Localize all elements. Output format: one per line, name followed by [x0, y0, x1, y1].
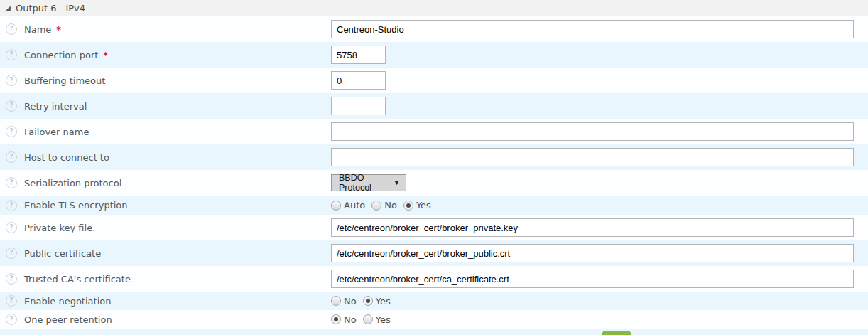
field-label: Private key file. [24, 223, 95, 233]
field-label: Trusted CA's certificate [24, 274, 131, 285]
field-label: Host to connect to [24, 152, 109, 163]
field-label: One peer retention [24, 314, 112, 325]
form-row-negotiation: ? Enable negotiation No Yes [0, 292, 868, 310]
help-icon[interactable]: ? [6, 23, 17, 35]
field-label: Name [24, 24, 51, 35]
field-label: Failover name [24, 127, 89, 137]
partial-next-row [0, 329, 868, 335]
form-row-name: ? Name * [0, 16, 868, 42]
form-row-tls: ? Enable TLS encryption Auto No Yes [0, 196, 868, 215]
help-icon[interactable]: ? [6, 126, 17, 137]
one-peer-radio-yes[interactable] [363, 314, 373, 324]
field-label: Buffering timeout [24, 75, 105, 86]
help-icon[interactable]: ? [6, 273, 17, 285]
form-row-serialization: ? Serialization protocol BBDO Protocol ▼ [0, 170, 868, 196]
chevron-down-icon: ▼ [394, 179, 400, 186]
section-title: Output 6 - IPv4 [16, 3, 85, 14]
help-icon[interactable]: ? [6, 151, 17, 163]
radio-label: No [344, 314, 357, 325]
negotiation-radio-no[interactable] [331, 296, 341, 306]
radio-label: Yes [416, 200, 431, 211]
private-key-input[interactable] [331, 218, 854, 237]
public-cert-input[interactable] [331, 244, 854, 262]
help-icon[interactable]: ? [6, 75, 17, 86]
field-label: Connection port [24, 50, 98, 60]
retry-interval-input[interactable] [331, 97, 386, 115]
host-input[interactable] [331, 148, 854, 166]
form-row-buffering-timeout: ? Buffering timeout [0, 68, 868, 93]
radio-label: No [344, 296, 357, 307]
help-icon[interactable]: ? [6, 49, 17, 60]
tls-radio-group: Auto No Yes [331, 200, 438, 211]
field-label: Public certificate [24, 248, 101, 259]
buffering-timeout-input[interactable] [331, 71, 386, 90]
help-icon[interactable]: ? [6, 248, 17, 259]
failover-name-input[interactable] [331, 122, 854, 141]
radio-label: Auto [344, 200, 365, 211]
field-label: Serialization protocol [24, 178, 121, 188]
help-icon[interactable]: ? [6, 200, 17, 211]
select-value: BBDO Protocol [339, 173, 394, 193]
form-row-trusted-ca: ? Trusted CA's certificate [0, 266, 868, 292]
form-row-one-peer-retention: ? One peer retention No Yes [0, 310, 868, 329]
collapse-triangle-icon[interactable]: ◢ [6, 5, 11, 11]
form-row-public-cert: ? Public certificate [0, 240, 868, 266]
serialization-protocol-select[interactable]: BBDO Protocol ▼ [331, 174, 406, 191]
tls-radio-no[interactable] [371, 201, 381, 211]
form-row-connection-port: ? Connection port * [0, 42, 868, 68]
field-label: Retry interval [24, 101, 87, 112]
section-header[interactable]: ◢ Output 6 - IPv4 [0, 0, 868, 16]
help-icon[interactable]: ? [6, 100, 17, 112]
trusted-ca-input[interactable] [331, 270, 854, 288]
form-row-retry-interval: ? Retry interval [0, 93, 868, 119]
one-peer-radio-no[interactable] [331, 314, 341, 324]
one-peer-radio-group: No Yes [331, 314, 397, 325]
tls-radio-auto[interactable] [331, 201, 341, 211]
form-row-host: ? Host to connect to [0, 144, 868, 170]
connection-port-input[interactable] [331, 46, 386, 64]
radio-label: Yes [376, 296, 391, 307]
form-row-private-key: ? Private key file. [0, 215, 868, 240]
help-icon[interactable]: ? [6, 177, 17, 188]
negotiation-radio-group: No Yes [331, 296, 397, 307]
save-button[interactable] [602, 331, 631, 335]
required-marker: * [56, 24, 61, 35]
help-icon[interactable]: ? [6, 295, 17, 307]
field-label: Enable TLS encryption [24, 200, 128, 211]
radio-label: No [384, 200, 397, 211]
radio-label: Yes [376, 314, 391, 325]
required-marker: * [103, 50, 108, 60]
field-label: Enable negotiation [24, 296, 111, 307]
help-icon[interactable]: ? [6, 314, 17, 325]
name-input[interactable] [331, 20, 854, 38]
form-row-failover-name: ? Failover name [0, 119, 868, 144]
negotiation-radio-yes[interactable] [363, 296, 373, 306]
tls-radio-yes[interactable] [403, 201, 413, 211]
help-icon[interactable]: ? [6, 222, 17, 233]
